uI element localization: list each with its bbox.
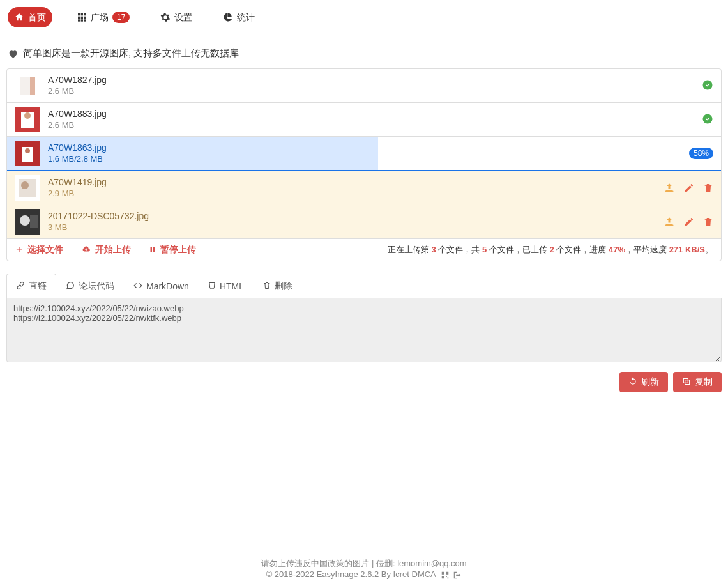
pause-upload-button[interactable]: 暂停上传 [149, 244, 196, 256]
svg-rect-31 [683, 378, 688, 383]
plus-icon [15, 245, 24, 256]
refresh-label: 刷新 [641, 376, 659, 388]
svg-rect-1 [81, 13, 83, 15]
nav-plaza[interactable]: 广场 17 [70, 7, 136, 27]
trash-icon [263, 281, 271, 292]
tab-markdown[interactable]: MarkDown [124, 274, 199, 298]
select-files-button[interactable]: 选择文件 [15, 244, 63, 256]
file-thumbnail [15, 107, 40, 132]
nav-home[interactable]: 首页 [8, 7, 52, 27]
nav-home-label: 首页 [28, 11, 46, 24]
file-size: 1.6 MB/2.8 MB [48, 154, 681, 165]
cloud-upload-icon [81, 245, 91, 256]
links-textarea[interactable] [6, 298, 722, 362]
nav-settings[interactable]: 设置 [154, 7, 199, 27]
svg-rect-2 [84, 13, 86, 15]
file-size: 2.6 MB [48, 86, 694, 97]
svg-rect-7 [81, 19, 83, 21]
pie-chart-icon [223, 12, 233, 22]
svg-rect-32 [441, 571, 444, 574]
file-row: A70W1863.jpg 1.6 MB/2.8 MB 58% [7, 137, 721, 171]
file-thumbnail [15, 175, 40, 201]
svg-point-22 [21, 181, 29, 189]
upload-icon[interactable] [664, 216, 675, 228]
file-thumbnail [15, 209, 40, 235]
footer-credits-link[interactable]: EasyImage 2.6.2 By Icret [317, 569, 409, 579]
file-row: A70W1883.jpg 2.6 MB [7, 103, 721, 137]
start-upload-label: 开始上传 [95, 244, 131, 256]
file-size: 2.9 MB [48, 189, 656, 199]
tagline: 简单图床是一款开源图床, 支持多文件上传无数据库 [8, 47, 722, 59]
file-row: A70W1827.jpg 2.6 MB [7, 69, 721, 103]
upload-panel: A70W1827.jpg 2.6 MB A70W1883.jpg 2.6 MB [6, 68, 722, 261]
tab-html[interactable]: HTML [199, 274, 254, 298]
tab-bbcode[interactable]: 论坛代码 [56, 274, 124, 298]
svg-rect-30 [685, 380, 690, 384]
file-size: 3 MB [48, 222, 656, 233]
check-circle-icon [702, 79, 713, 93]
upload-icon[interactable] [664, 182, 675, 194]
file-name: A70W1883.jpg [48, 108, 694, 120]
file-name: 20171022-DSC05732.jpg [48, 210, 656, 222]
file-thumbnail [15, 73, 40, 98]
check-circle-icon [702, 113, 713, 127]
svg-rect-11 [20, 77, 30, 95]
file-name: A70W1827.jpg [48, 74, 694, 86]
progress-badge: 58% [689, 148, 713, 159]
svg-rect-3 [78, 17, 80, 19]
pause-icon [149, 245, 156, 256]
upload-toolbar: 选择文件 开始上传 暂停上传 正在上传第 3 个文件，共 5 个文件，已上传 2… [7, 239, 721, 261]
trash-icon[interactable] [703, 183, 713, 193]
tab-delete[interactable]: 删除 [254, 274, 302, 298]
gear-icon [160, 12, 171, 22]
grid-icon [77, 12, 87, 22]
edit-icon[interactable] [684, 183, 694, 193]
start-upload-button[interactable]: 开始上传 [81, 244, 131, 256]
svg-rect-6 [78, 19, 80, 21]
html5-icon [208, 281, 216, 292]
comment-icon [66, 281, 75, 292]
svg-rect-34 [441, 576, 444, 578]
svg-point-25 [20, 215, 30, 226]
file-thumbnail [15, 141, 40, 166]
link-icon [16, 281, 25, 292]
qr-icon[interactable] [441, 571, 450, 579]
copy-button[interactable]: 复制 [673, 372, 722, 392]
file-row: 20171022-DSC05732.jpg 3 MB [7, 205, 721, 239]
svg-point-15 [24, 112, 31, 119]
tab-markdown-label: MarkDown [146, 281, 189, 291]
nav-plaza-badge: 17 [112, 12, 130, 23]
tab-delete-label: 删除 [275, 281, 292, 292]
file-row: A70W1419.jpg 2.9 MB [7, 171, 721, 205]
home-icon [14, 12, 24, 22]
svg-rect-28 [151, 247, 153, 252]
refresh-icon [628, 377, 637, 388]
svg-rect-33 [446, 571, 448, 574]
trash-icon[interactable] [703, 217, 713, 227]
code-icon [133, 281, 142, 292]
nav-settings-label: 设置 [174, 11, 192, 24]
svg-rect-26 [30, 215, 38, 228]
nav-stats[interactable]: 统计 [216, 7, 261, 27]
file-size: 2.6 MB [48, 120, 694, 131]
pause-upload-label: 暂停上传 [160, 244, 196, 256]
edit-icon[interactable] [684, 217, 694, 227]
copy-icon [682, 377, 691, 388]
file-name: A70W1863.jpg [48, 142, 681, 153]
refresh-button[interactable]: 刷新 [619, 372, 668, 392]
svg-point-19 [25, 148, 30, 153]
svg-rect-8 [84, 19, 86, 21]
upload-status: 正在上传第 3 个文件，共 5 个文件，已上传 2 个文件，进度 47%，平均速… [388, 244, 713, 256]
logout-icon[interactable] [453, 571, 462, 579]
footer-email-link[interactable]: lemomim@qq.com [397, 559, 467, 568]
svg-rect-5 [84, 17, 86, 19]
tab-direct[interactable]: 直链 [6, 274, 56, 298]
nav-plaza-label: 广场 [91, 11, 109, 24]
tab-bbcode-label: 论坛代码 [79, 281, 114, 292]
heart-icon [8, 49, 18, 59]
nav-stats-label: 统计 [237, 11, 255, 24]
link-tabs: 直链 论坛代码 MarkDown HTML 删除 [6, 273, 722, 298]
svg-point-27 [665, 224, 674, 226]
footer: 请勿上传违反中国政策的图片 | 侵删: lemomim@qq.com © 201… [0, 546, 728, 579]
file-name: A70W1419.jpg [48, 176, 656, 188]
